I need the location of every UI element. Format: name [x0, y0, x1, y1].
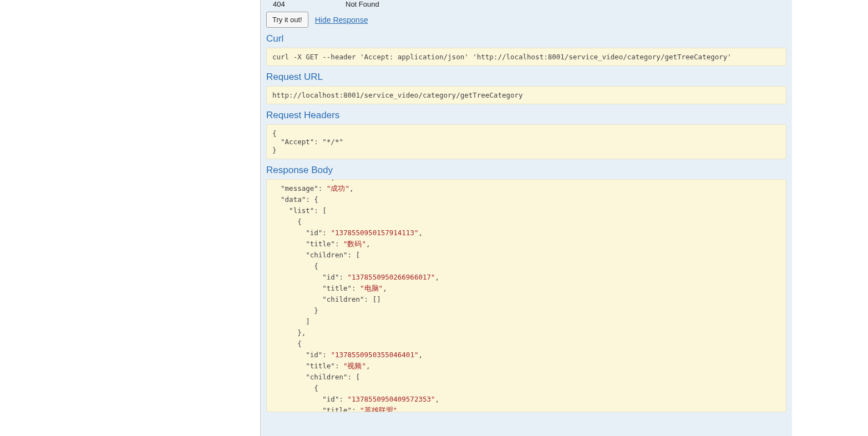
request-headers-heading: Request Headers	[266, 110, 786, 121]
status-code: 404	[271, 0, 346, 8]
curl-command-box[interactable]: curl -X GET --header 'Accept: applicatio…	[266, 48, 786, 66]
api-response-panel: 404 Not Found Try it out! Hide Response …	[260, 0, 792, 436]
curl-command-text: curl -X GET --header 'Accept: applicatio…	[272, 53, 732, 61]
request-url-heading: Request URL	[266, 72, 786, 83]
status-message: Not Found	[346, 0, 379, 8]
hide-response-link[interactable]: Hide Response	[315, 16, 368, 24]
request-headers-box[interactable]: { "Accept": "*/*" }	[266, 124, 786, 159]
request-url-box[interactable]: http://localhost:8001/service_video/cate…	[266, 86, 786, 104]
response-body-box: code : 20000, "message": "成功", "data": {…	[266, 179, 786, 412]
response-body-scroll[interactable]: code : 20000, "message": "成功", "data": {…	[267, 180, 786, 412]
response-body-heading: Response Body	[266, 165, 786, 176]
try-it-out-button[interactable]: Try it out!	[266, 12, 308, 28]
try-row: Try it out! Hide Response	[266, 12, 786, 28]
request-url-text: http://localhost:8001/service_video/cate…	[272, 91, 523, 99]
request-headers-text: { "Accept": "*/*" }	[272, 129, 780, 154]
curl-heading: Curl	[266, 33, 786, 44]
response-body-json: code : 20000, "message": "成功", "data": {…	[272, 180, 780, 412]
status-row: 404 Not Found	[266, 0, 786, 12]
